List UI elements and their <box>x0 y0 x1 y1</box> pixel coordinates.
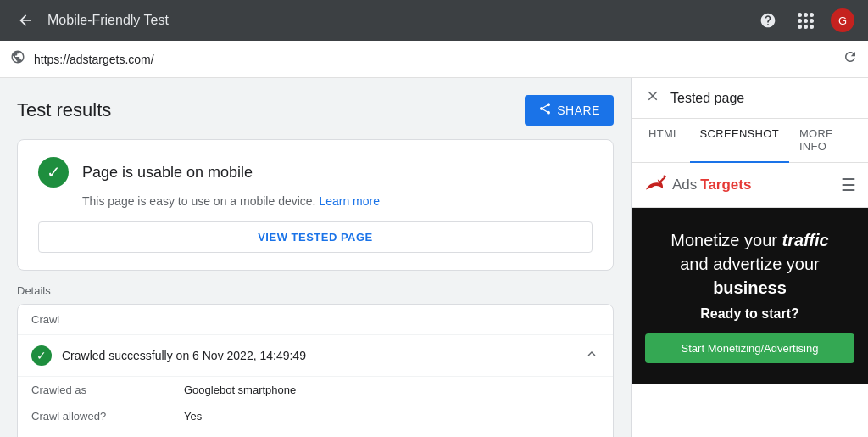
grid-icon[interactable] <box>793 8 817 32</box>
share-button[interactable]: SHARE <box>525 95 614 126</box>
close-icon[interactable] <box>645 88 660 108</box>
table-row: Page fetch Successful <box>31 429 599 437</box>
help-icon[interactable] <box>756 8 780 32</box>
section-title-text: Test results <box>17 99 111 121</box>
apps-grid <box>798 13 814 29</box>
learn-more-link[interactable]: Learn more <box>319 194 380 208</box>
share-button-label: SHARE <box>557 104 600 117</box>
ad-headline: Monetize your traffic and advertize your… <box>645 228 854 300</box>
ad-cta-button[interactable]: Start Monetizing/Advertising <box>645 333 854 363</box>
crawl-success-text: Crawled successfully on 6 Nov 2022, 14:4… <box>62 349 306 362</box>
chevron-up-icon[interactable] <box>584 346 599 366</box>
result-description: This page is easy to use on a mobile dev… <box>82 194 593 208</box>
logo-ads-text: Ads <box>672 176 697 193</box>
logo-bird-icon <box>643 171 669 199</box>
crawl-success-row: ✓ Crawled successfully on 6 Nov 2022, 14… <box>18 335 613 377</box>
result-title: Page is usable on mobile <box>82 164 253 182</box>
ad-ready-text: Ready to start? <box>645 306 854 322</box>
success-icon: ✓ <box>38 157 69 188</box>
tab-screenshot[interactable]: SCREENSHOT <box>690 119 789 163</box>
logo-targets-text: Targets <box>700 176 751 193</box>
url-display: https://adstargets.com/ <box>34 53 834 66</box>
details-label: Details <box>17 284 614 297</box>
panel-tabs: HTML SCREENSHOT MORE INFO <box>632 119 868 163</box>
topbar: Mobile-Friendly Test G <box>0 0 868 41</box>
site-logo: AdsTargets <box>643 171 751 199</box>
tab-more-info[interactable]: MORE INFO <box>789 119 861 163</box>
tab-html[interactable]: HTML <box>638 119 690 163</box>
details-card: Crawl ✓ Crawled successfully on 6 Nov 20… <box>17 304 614 437</box>
globe-icon <box>10 49 25 69</box>
result-header: ✓ Page is usable on mobile <box>38 157 593 188</box>
crawl-success-icon: ✓ <box>31 345 52 366</box>
reload-icon[interactable] <box>843 49 858 69</box>
topbar-icons: G <box>756 8 854 32</box>
back-button[interactable] <box>14 8 37 32</box>
table-row: Crawled as Googlebot smartphone <box>31 377 599 403</box>
site-header-preview: AdsTargets ☰ <box>632 163 868 208</box>
svg-point-0 <box>663 176 665 177</box>
right-panel-header: Tested page <box>632 78 868 119</box>
crawl-details-table: Crawled as Googlebot smartphone Crawl al… <box>18 377 613 437</box>
hamburger-icon[interactable]: ☰ <box>841 175 856 195</box>
view-tested-page-button[interactable]: VIEW TESTED PAGE <box>38 221 593 253</box>
ad-banner: Monetize your traffic and advertize your… <box>632 208 868 384</box>
page-title: Mobile-Friendly Test <box>47 13 746 28</box>
panel-title: Tested page <box>670 91 744 106</box>
result-card: ✓ Page is usable on mobile This page is … <box>17 139 614 271</box>
share-icon <box>538 102 552 119</box>
addressbar: https://adstargets.com/ <box>0 41 868 78</box>
main-layout: Test results SHARE ✓ Page is usable on m… <box>0 78 868 437</box>
panel-content: AdsTargets ☰ Monetize your traffic and a… <box>632 163 868 437</box>
screenshot-preview: AdsTargets ☰ Monetize your traffic and a… <box>632 163 868 384</box>
right-panel: Tested page HTML SCREENSHOT MORE INFO <box>631 78 868 437</box>
left-panel: Test results SHARE ✓ Page is usable on m… <box>0 78 631 437</box>
crawl-header: Crawl <box>18 305 613 335</box>
table-row: Crawl allowed? Yes <box>31 403 599 429</box>
section-header: Test results SHARE <box>17 95 614 126</box>
avatar[interactable]: G <box>831 8 854 32</box>
